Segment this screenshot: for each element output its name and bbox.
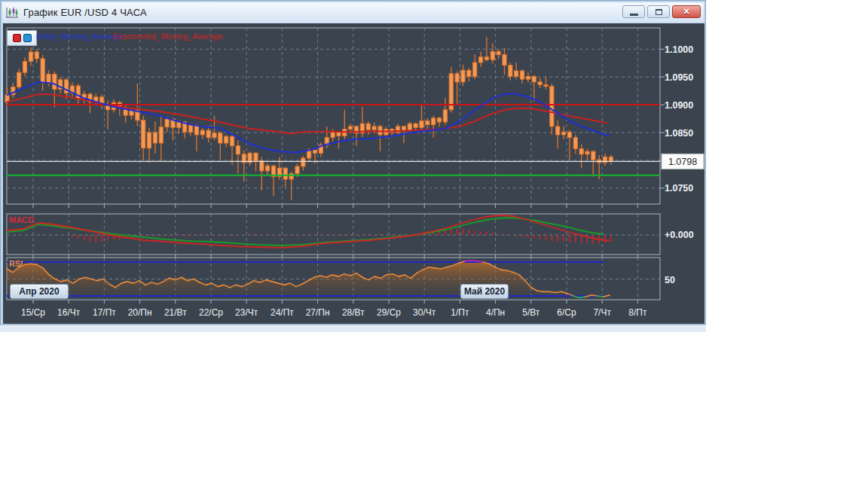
svg-text:20/Пн: 20/Пн: [128, 307, 152, 318]
svg-text:4/Пн: 4/Пн: [486, 307, 505, 318]
svg-text:27/Пн: 27/Пн: [306, 307, 330, 318]
svg-text:28/Вт: 28/Вт: [342, 307, 365, 318]
svg-text:17/Пт: 17/Пт: [93, 307, 116, 318]
desktop: { "window": { "title": "График EUR /USD …: [0, 0, 868, 488]
current-price-label: 1.0798: [662, 154, 704, 169]
macd-label: MACD: [9, 215, 34, 224]
legend-moving-average-blue: ential_Moving_Average: [36, 32, 123, 41]
svg-text:29/Ср: 29/Ср: [377, 307, 401, 318]
svg-text:22/Ср: 22/Ср: [199, 307, 223, 318]
close-icon: ✕: [683, 8, 689, 16]
svg-text:6/Ср: 6/Ср: [557, 307, 576, 318]
chart-content: 1.07981.10001.09501.09001.08501.0750MACD…: [3, 23, 704, 324]
maximize-icon: [656, 9, 662, 15]
svg-text:1/Пт: 1/Пт: [451, 307, 469, 318]
blue-indicator-button[interactable]: [23, 34, 32, 42]
svg-text:16/Чт: 16/Чт: [57, 307, 81, 318]
legend-moving-average-red: Exponential_Moving_Average: [113, 32, 223, 41]
svg-text:1.0850: 1.0850: [665, 128, 693, 139]
svg-text:1.0950: 1.0950: [665, 72, 693, 83]
window-controls: ✕: [622, 5, 701, 18]
minimize-icon: [630, 14, 638, 16]
macd-zero-label: +0.000: [665, 230, 694, 240]
chart-window: График EUR /USD 4 ЧАСА ✕ 1.07981.10001.0…: [0, 0, 706, 325]
svg-text:15/Ср: 15/Ср: [21, 307, 45, 318]
rsi-mid-label: 50: [665, 275, 675, 285]
candlestick-chart-icon: [5, 7, 19, 19]
minimize-button[interactable]: [622, 5, 645, 18]
svg-text:1.0750: 1.0750: [665, 183, 693, 194]
svg-text:21/Вт: 21/Вт: [164, 307, 187, 318]
rsi-label: RSI: [9, 259, 23, 268]
maximize-button[interactable]: [647, 5, 670, 18]
close-button[interactable]: ✕: [672, 5, 701, 18]
window-title: График EUR /USD 4 ЧАСА: [23, 7, 147, 18]
svg-text:23/Чт: 23/Чт: [235, 307, 258, 318]
svg-text:8/Пт: 8/Пт: [628, 307, 647, 318]
chart-canvas[interactable]: 1.07981.10001.09501.09001.08501.0750MACD…: [3, 23, 704, 324]
svg-text:1.0798: 1.0798: [668, 157, 697, 167]
svg-text:1.1000: 1.1000: [665, 44, 693, 55]
window-shadow-strip: [0, 326, 706, 332]
month-badge-april[interactable]: Апр 2020: [10, 284, 69, 299]
svg-text:24/Пт: 24/Пт: [270, 307, 294, 318]
red-indicator-button[interactable]: [13, 34, 21, 42]
svg-text:30/Чт: 30/Чт: [413, 307, 436, 318]
indicator-toggle-buttons: [7, 30, 37, 46]
month-badge-may[interactable]: Май 2020: [460, 284, 509, 299]
svg-text:7/Чт: 7/Чт: [593, 307, 611, 318]
svg-text:1.0900: 1.0900: [665, 100, 693, 111]
svg-text:5/Вт: 5/Вт: [522, 307, 540, 318]
title-bar[interactable]: График EUR /USD 4 ЧАСА: [2, 2, 704, 23]
